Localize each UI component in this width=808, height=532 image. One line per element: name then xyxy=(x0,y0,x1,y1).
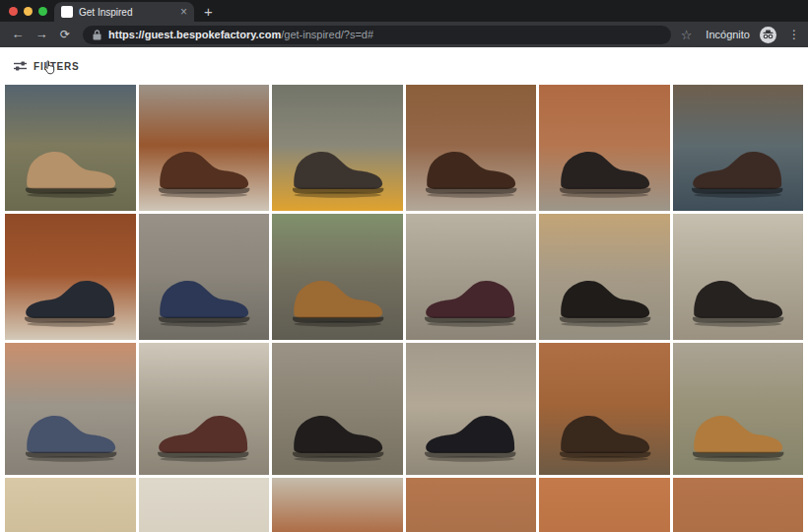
gallery-photo[interactable] xyxy=(272,478,403,532)
gallery-photo[interactable] xyxy=(406,478,537,532)
zoom-window-button[interactable] xyxy=(38,7,47,16)
shoe-silhouette xyxy=(554,135,655,198)
shoe-silhouette xyxy=(687,135,788,198)
gallery-photo[interactable] xyxy=(139,478,270,532)
gallery-photo[interactable] xyxy=(539,343,670,475)
gallery-photo[interactable] xyxy=(5,343,136,475)
gallery-photo[interactable] xyxy=(539,85,670,211)
window-controls xyxy=(9,7,47,16)
gallery-photo[interactable] xyxy=(139,214,270,340)
incognito-icon xyxy=(760,27,776,43)
shoe-silhouette xyxy=(287,399,388,462)
lock-icon xyxy=(93,30,101,40)
back-icon[interactable]: ← xyxy=(8,25,28,44)
forward-icon[interactable]: → xyxy=(32,25,51,44)
shoe-silhouette xyxy=(153,264,254,327)
tab-title: Get Inspired xyxy=(79,7,174,18)
filters-bar: FILTERS xyxy=(0,47,808,85)
tab-favicon xyxy=(61,6,73,18)
shoe-silhouette xyxy=(687,264,788,327)
gallery-photo[interactable] xyxy=(5,85,136,211)
gallery-photo[interactable] xyxy=(673,85,804,211)
mouse-cursor-hand xyxy=(43,60,56,75)
gallery-photo[interactable] xyxy=(406,214,537,340)
gallery-photo[interactable] xyxy=(539,214,670,340)
shoe-silhouette xyxy=(420,264,521,327)
tab-get-inspired[interactable]: Get Inspired × xyxy=(54,2,194,22)
shoe-silhouette xyxy=(420,135,521,198)
gallery-photo[interactable] xyxy=(673,478,804,532)
url-host: https://guest.bespokefactory.com xyxy=(108,29,281,40)
shoe-silhouette xyxy=(20,135,121,198)
browser-menu-icon[interactable]: ⋮ xyxy=(788,28,800,41)
address-bar[interactable]: https://guest.bespokefactory.com/get-ins… xyxy=(83,26,671,44)
shoe-silhouette xyxy=(20,399,121,462)
shoe-silhouette xyxy=(287,264,388,327)
gallery-photo[interactable] xyxy=(406,343,537,475)
gallery-photo[interactable] xyxy=(272,343,403,475)
new-tab-button[interactable]: + xyxy=(204,4,213,19)
gallery-photo[interactable] xyxy=(272,85,403,211)
filter-sliders-icon xyxy=(14,61,27,71)
shoe-silhouette xyxy=(287,135,388,198)
filters-button[interactable]: FILTERS xyxy=(34,61,80,72)
gallery-photo[interactable] xyxy=(5,478,136,532)
shoe-silhouette xyxy=(153,399,254,462)
reload-icon[interactable]: ⟳ xyxy=(55,25,75,44)
photo-grid xyxy=(0,85,808,532)
shoe-silhouette xyxy=(687,399,788,462)
gallery-photo[interactable] xyxy=(139,343,270,475)
gallery-photo[interactable] xyxy=(5,214,136,340)
tab-strip: Get Inspired × + xyxy=(0,0,808,22)
url-path: /get-inspired/?s=d# xyxy=(281,29,373,40)
gallery-photo[interactable] xyxy=(673,214,804,340)
bookmark-star-icon[interactable]: ☆ xyxy=(681,28,693,42)
incognito-label: Incógnito xyxy=(706,29,750,40)
gallery-photo[interactable] xyxy=(272,214,403,340)
shoe-silhouette xyxy=(20,264,121,327)
gallery-photo[interactable] xyxy=(139,85,270,211)
page-content: FILTERS xyxy=(0,47,808,532)
tab-close-icon[interactable]: × xyxy=(180,6,187,18)
gallery-photo[interactable] xyxy=(539,478,670,532)
shoe-silhouette xyxy=(420,399,521,462)
shoe-silhouette xyxy=(153,135,254,198)
browser-window: Get Inspired × + ← → ⟳ https://guest.bes… xyxy=(0,0,808,532)
gallery-photo[interactable] xyxy=(406,85,537,211)
shoe-silhouette xyxy=(554,399,655,462)
close-window-button[interactable] xyxy=(9,7,18,16)
browser-toolbar: ← → ⟳ https://guest.bespokefactory.com/g… xyxy=(0,22,808,47)
url-text: https://guest.bespokefactory.com/get-ins… xyxy=(108,29,373,40)
minimize-window-button[interactable] xyxy=(24,7,33,16)
shoe-silhouette xyxy=(554,264,655,327)
gallery-photo[interactable] xyxy=(673,343,804,475)
